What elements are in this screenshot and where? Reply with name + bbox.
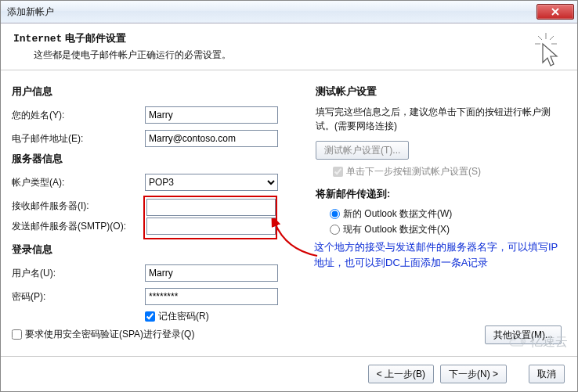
test-description: 填写完这些信息之后，建议您单击下面的按钮进行帐户测试。(需要网络连接): [316, 105, 566, 133]
back-button[interactable]: < 上一步(B): [368, 365, 434, 383]
name-label: 您的姓名(Y):: [12, 109, 145, 122]
server-highlight-box: [143, 196, 277, 239]
cancel-button[interactable]: 取消: [529, 365, 565, 383]
header-title: Internet 电子邮件设置: [13, 31, 565, 45]
section-server-info: 服务器信息: [12, 152, 302, 166]
watermark: 亿速云: [508, 334, 568, 351]
section-test-account: 测试帐户设置: [316, 85, 566, 99]
outgoing-server-input[interactable]: [146, 218, 276, 235]
deliver-exist-label: 现有 Outlook 数据文件(X): [343, 223, 450, 236]
close-icon: [551, 8, 560, 16]
username-input[interactable]: [145, 264, 278, 282]
incoming-server-label: 接收邮件服务器(I):: [12, 196, 145, 216]
auto-test-label: 单击下一步按钮测试帐户设置(S): [346, 165, 481, 178]
dialog-header: Internet 电子邮件设置 这些都是使电子邮件帐户正确运行的必需设置。: [1, 23, 577, 70]
window-title: 添加新帐户: [7, 5, 536, 19]
title-bar: 添加新帐户: [1, 1, 577, 23]
account-type-label: 帐户类型(A):: [12, 176, 145, 189]
deliver-new-label: 新的 Outlook 数据文件(W): [343, 207, 452, 221]
section-login-info: 登录信息: [12, 243, 302, 257]
dialog-footer: < 上一步(B) 下一步(N) > 取消: [1, 356, 577, 391]
test-account-button[interactable]: 测试帐户设置(T)...: [316, 141, 409, 160]
remember-password-label: 记住密码(R): [158, 310, 209, 323]
svg-line-1: [538, 36, 542, 40]
section-user-info: 用户信息: [12, 85, 302, 99]
username-label: 用户名(U):: [12, 267, 145, 280]
spa-label: 要求使用安全密码验证(SPA)进行登录(Q): [25, 328, 194, 341]
spa-checkbox[interactable]: [12, 329, 22, 340]
deliver-exist-radio[interactable]: [330, 225, 340, 235]
svg-line-2: [550, 36, 554, 40]
close-button[interactable]: [536, 4, 574, 20]
next-button[interactable]: 下一步(N) >: [440, 365, 507, 383]
header-description: 这些都是使电子邮件帐户正确运行的必需设置。: [34, 49, 565, 62]
annotation-text: 这个地方的接受与发送邮件的服务器名字，可以填写IP地址，也可以到DC上面添加一条…: [314, 239, 565, 270]
email-input[interactable]: [145, 130, 278, 147]
incoming-server-input[interactable]: [146, 199, 276, 216]
remember-password-checkbox[interactable]: [145, 311, 155, 322]
deliver-new-radio[interactable]: [330, 209, 340, 219]
cursor-icon: [532, 33, 560, 67]
account-type-select[interactable]: POP3: [145, 174, 278, 191]
auto-test-checkbox[interactable]: [333, 167, 343, 177]
outgoing-server-label: 发送邮件服务器(SMTP)(O):: [12, 216, 145, 236]
name-input[interactable]: [145, 106, 278, 124]
email-label: 电子邮件地址(E):: [12, 132, 145, 146]
password-label: 密码(P):: [12, 290, 145, 304]
section-deliver: 将新邮件传递到:: [316, 187, 566, 201]
password-input[interactable]: [145, 288, 278, 305]
watermark-icon: [508, 336, 527, 349]
